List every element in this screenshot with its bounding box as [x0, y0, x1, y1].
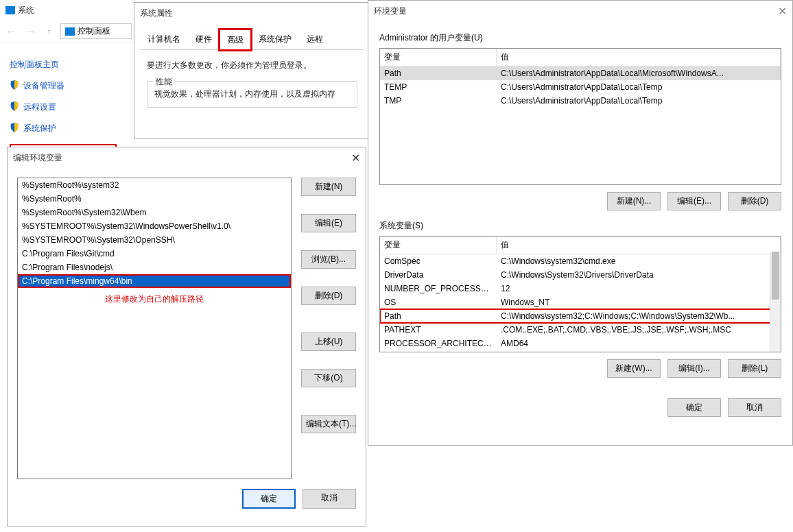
system-window: 系统 ← → ↑ 控制面板 控制面板主页 设备管理器 远程设置 系统保护 高级系…	[0, 0, 137, 147]
table-row[interactable]: PathC:\Users\Administrator\AppData\Local…	[380, 66, 781, 80]
window-title: 系统	[18, 5, 34, 16]
edit-env-var-dialog: 编辑环境变量 ✕ %SystemRoot%\system32 %SystemRo…	[7, 147, 366, 527]
close-icon[interactable]: ✕	[778, 5, 787, 18]
list-item[interactable]: %SystemRoot%\system32	[18, 178, 291, 192]
list-item[interactable]: %SystemRoot%\System32\Wbem	[18, 206, 291, 219]
breadcrumb[interactable]: 控制面板	[60, 23, 132, 39]
sidebar-item-device-mgr[interactable]: 设备管理器	[10, 80, 117, 92]
shield-icon	[10, 101, 19, 111]
admin-notice: 要进行大多数更改，你必须作为管理员登录。	[147, 60, 357, 71]
tab-advanced[interactable]: 高级	[220, 29, 251, 50]
tab-remote[interactable]: 远程	[299, 29, 331, 49]
titlebar: 系统	[0, 0, 137, 21]
window-title: 系统属性	[140, 8, 173, 19]
user-edit-button[interactable]: 编辑(E)...	[667, 192, 721, 210]
sys-new-button[interactable]: 新建(W)...	[607, 359, 661, 378]
table-row[interactable]: TEMPC:\Users\Administrator\AppData\Local…	[380, 80, 781, 94]
col-val[interactable]: 值	[497, 49, 781, 66]
titlebar: 环境变量 ✕	[368, 1, 792, 21]
system-icon	[5, 6, 15, 14]
new-button[interactable]: 新建(N)	[301, 178, 356, 196]
tab-protection[interactable]: 系统保护	[251, 29, 299, 49]
control-panel-home[interactable]: 控制面板主页	[10, 59, 117, 71]
browse-button[interactable]: 浏览(B)...	[301, 250, 356, 269]
sidebar-item-protection[interactable]: 系统保护	[10, 123, 117, 134]
user-new-button[interactable]: 新建(N)...	[607, 192, 661, 210]
ok-button[interactable]: 确定	[667, 398, 721, 417]
system-properties-dialog: 系统属性 计算机名 硬件 高级 系统保护 远程 要进行大多数更改，你必须作为管理…	[134, 2, 370, 139]
list-item[interactable]: %SystemRoot%	[18, 192, 291, 206]
list-item[interactable]: C:\Program Files\nodejs\	[18, 261, 291, 274]
user-delete-button[interactable]: 删除(D)	[728, 192, 781, 210]
shield-icon	[10, 80, 19, 90]
tab-bar: 计算机名 硬件 高级 系统保护 远程	[140, 29, 364, 50]
button-column: 新建(N) 编辑(E) 浏览(B)... 删除(D) 上移(U) 下移(O) 编…	[301, 178, 356, 479]
sys-vars-label: 系统变量(S)	[379, 220, 781, 232]
table-row[interactable]: DriverDataC:\Windows\System32\Drivers\Dr…	[380, 268, 781, 282]
col-var[interactable]: 变量	[380, 49, 497, 66]
sys-edit-button[interactable]: 编辑(I)...	[667, 359, 721, 378]
movedown-button[interactable]: 下移(O)	[301, 369, 356, 387]
path-list[interactable]: %SystemRoot%\system32 %SystemRoot% %Syst…	[17, 178, 292, 479]
user-vars-label: Administrator 的用户变量(U)	[379, 32, 781, 44]
back-icon[interactable]: ←	[5, 25, 16, 38]
col-val[interactable]: 值	[497, 237, 781, 254]
table-row[interactable]: ComSpecC:\Windows\system32\cmd.exe	[380, 254, 781, 268]
env-vars-dialog: 环境变量 ✕ Administrator 的用户变量(U) 变量值 PathC:…	[368, 0, 793, 446]
moveup-button[interactable]: 上移(U)	[301, 332, 356, 351]
shield-icon	[10, 123, 19, 132]
user-vars-table[interactable]: 变量值 PathC:\Users\Administrator\AppData\L…	[379, 48, 781, 185]
table-row[interactable]: TMPC:\Users\Administrator\AppData\Local\…	[380, 94, 781, 108]
tab-hardware[interactable]: 硬件	[188, 29, 220, 49]
delete-button[interactable]: 删除(D)	[301, 287, 356, 305]
titlebar: 编辑环境变量 ✕	[8, 147, 366, 168]
table-row[interactable]: PROCESSOR_ARCHITECT...AMD64	[380, 337, 781, 350]
close-icon[interactable]: ✕	[351, 152, 360, 165]
group-legend: 性能	[153, 76, 175, 88]
forward-icon[interactable]: →	[26, 25, 37, 38]
nav-bar: ← → ↑ 控制面板	[0, 21, 137, 43]
performance-desc: 视觉效果，处理器计划，内存使用，以及虚拟内存	[154, 88, 350, 100]
scrollbar-thumb[interactable]	[772, 252, 779, 300]
tab-computer-name[interactable]: 计算机名	[140, 29, 188, 49]
window-title: 环境变量	[374, 5, 407, 17]
table-row[interactable]: OSWindows_NT	[380, 295, 781, 309]
table-row-path[interactable]: PathC:\Windows\system32;C:\Windows;C:\Wi…	[380, 309, 781, 323]
cancel-button[interactable]: 取消	[728, 398, 781, 417]
sys-delete-button[interactable]: 删除(L)	[728, 359, 781, 378]
list-item[interactable]: %SYSTEMROOT%\System32\OpenSSH\	[18, 233, 291, 247]
sys-vars-table[interactable]: 变量值 ComSpecC:\Windows\system32\cmd.exe D…	[379, 236, 781, 352]
list-item[interactable]: %SYSTEMROOT%\System32\WindowsPowerShell\…	[18, 219, 291, 233]
sidebar-item-remote[interactable]: 远程设置	[10, 101, 117, 113]
performance-group: 性能 视觉效果，处理器计划，内存使用，以及虚拟内存	[147, 81, 357, 108]
ok-button[interactable]: 确定	[242, 489, 296, 509]
cancel-button[interactable]: 取消	[303, 489, 356, 509]
annotation-note: 这里修改为自己的解压路径	[18, 288, 291, 311]
col-var[interactable]: 变量	[380, 237, 497, 254]
edit-button[interactable]: 编辑(E)	[301, 214, 356, 232]
edittext-button[interactable]: 编辑文本(T)...	[301, 415, 356, 433]
up-icon[interactable]: ↑	[47, 27, 51, 36]
list-item-selected[interactable]: C:\Program Files\mingw64\bin	[18, 274, 291, 288]
scrollbar[interactable]	[770, 252, 781, 352]
table-row[interactable]: PATHEXT.COM;.EXE;.BAT;.CMD;.VBS;.VBE;.JS…	[380, 323, 781, 337]
list-item[interactable]: C:\Program Files\Git\cmd	[18, 247, 291, 261]
titlebar: 系统属性	[134, 3, 370, 23]
window-title: 编辑环境变量	[13, 152, 62, 164]
table-row[interactable]: NUMBER_OF_PROCESSORS12	[380, 282, 781, 295]
